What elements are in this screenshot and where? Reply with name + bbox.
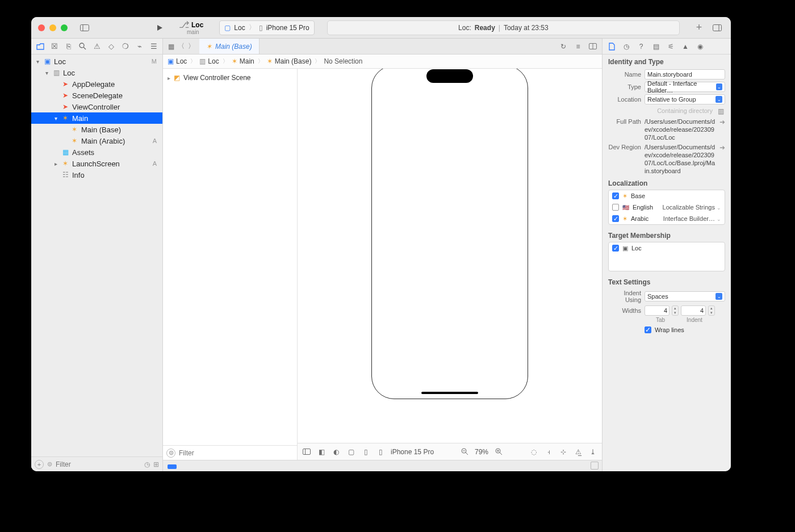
- jumpbar-seg-1[interactable]: Loc: [208, 57, 219, 65]
- navigator-item[interactable]: ▾✶Main: [31, 112, 162, 124]
- jumpbar-seg-4[interactable]: No Selection: [324, 57, 362, 65]
- run-destination-scheme[interactable]: ▢ Loc 〉 ▯ iPhone 15 Pro: [219, 20, 314, 35]
- go-forward-button[interactable]: 〉: [187, 42, 196, 51]
- document-outline[interactable]: ▸ ◩ View Controller Scene: [163, 69, 297, 445]
- localization-item[interactable]: ✓✶Base: [609, 190, 725, 202]
- align-button[interactable]: ⫞: [544, 447, 553, 456]
- choose-folder-button[interactable]: ▥: [716, 107, 725, 116]
- jump-bar[interactable]: ▣ Loc 〉 ▥ Loc 〉 ✶ Main 〉 ✶ Main (Base) 〉…: [163, 55, 602, 69]
- project-navigator-tree[interactable]: ▾▣LocM▾▥Loc➤AppDelegate➤SceneDelegate➤Vi…: [31, 55, 162, 456]
- jumpbar-seg-2[interactable]: Main: [240, 57, 254, 65]
- localization-type[interactable]: Localizable Strings ⌄: [663, 204, 721, 211]
- indent-width-stepper[interactable]: ▴▾: [708, 305, 715, 316]
- navigator-item[interactable]: ☷Info: [31, 169, 162, 181]
- localization-item[interactable]: ✓✶ArabicInterface Builder… ⌄: [609, 213, 725, 224]
- breakpoints-navigator-tab[interactable]: ⌁: [135, 42, 144, 51]
- close-window-button[interactable]: [38, 24, 45, 31]
- filter-scope-icon[interactable]: ⊜: [47, 460, 52, 468]
- navigator-item[interactable]: ✶Main (Base): [31, 124, 162, 135]
- navigator-filter-input[interactable]: [56, 460, 141, 468]
- canvas-device-label[interactable]: iPhone 15 Pro: [391, 448, 434, 456]
- localization-item[interactable]: 🇺🇸EnglishLocalizable Strings ⌄: [609, 202, 725, 213]
- navigator-item[interactable]: ▸✶LaunchScreenA: [31, 158, 162, 169]
- toggle-debug-area-button[interactable]: [591, 462, 599, 470]
- disclosure-triangle[interactable]: ▾: [35, 58, 40, 65]
- add-file-button[interactable]: +: [35, 460, 44, 469]
- checkbox-icon[interactable]: [612, 204, 619, 211]
- outline-filter-scope[interactable]: ⊜: [166, 449, 175, 458]
- minimize-window-button[interactable]: [49, 24, 56, 31]
- navigator-item[interactable]: ▾▣LocM: [31, 56, 162, 67]
- go-back-button[interactable]: 〈: [177, 42, 186, 51]
- indent-width-field[interactable]: 4: [681, 305, 706, 316]
- recent-filter-icon[interactable]: ◷: [144, 460, 150, 468]
- editor-tab-main-base[interactable]: ✶ Main (Base): [199, 39, 260, 54]
- run-button[interactable]: [153, 21, 166, 35]
- pin-button[interactable]: ⊹: [559, 447, 568, 456]
- identity-inspector-tab[interactable]: ▤: [651, 42, 660, 51]
- attributes-inspector-tab[interactable]: ⚟: [666, 42, 675, 51]
- bookmarks-navigator-tab[interactable]: ⎘: [64, 42, 73, 51]
- navigator-item[interactable]: ➤SceneDelegate: [31, 90, 162, 101]
- connections-inspector-tab[interactable]: ◉: [696, 42, 705, 51]
- navigator-item[interactable]: ▾▥Loc: [31, 67, 162, 78]
- name-field[interactable]: Main.storyboard: [645, 69, 725, 79]
- library-add-button[interactable]: +: [692, 21, 706, 35]
- wrap-lines-checkbox[interactable]: ✓: [645, 326, 651, 333]
- reveal-devregion-button[interactable]: ➜: [719, 144, 725, 152]
- source-control-navigator-tab[interactable]: ☒: [50, 42, 58, 51]
- debug-navigator-tab[interactable]: ❍: [121, 42, 129, 51]
- scm-filter-icon[interactable]: ⊞: [153, 460, 159, 468]
- editor-refresh-button[interactable]: ↻: [559, 42, 568, 51]
- checkbox-icon[interactable]: ✓: [612, 215, 619, 222]
- update-frames-button[interactable]: ◌: [529, 447, 538, 456]
- tab-width-field[interactable]: 4: [645, 305, 670, 316]
- add-editor-button[interactable]: [588, 42, 597, 51]
- size-inspector-tab[interactable]: ▲: [681, 42, 690, 51]
- history-inspector-tab[interactable]: ◷: [622, 42, 631, 51]
- tab-width-stepper[interactable]: ▴▾: [672, 305, 679, 316]
- navigator-item[interactable]: ▦Assets: [31, 146, 162, 158]
- layout-button[interactable]: ▯: [361, 447, 370, 456]
- indent-using-select[interactable]: Spaces⌄: [645, 291, 725, 301]
- tests-navigator-tab[interactable]: ◇: [107, 42, 115, 51]
- reveal-fullpath-button[interactable]: ➜: [719, 118, 725, 126]
- zoom-window-button[interactable]: [61, 24, 68, 31]
- disclosure-triangle[interactable]: ▾: [53, 115, 58, 122]
- outline-row-scene[interactable]: ▸ ◩ View Controller Scene: [168, 72, 292, 83]
- target-membership-item[interactable]: ✓ ▣ Loc: [609, 242, 725, 254]
- zoom-out-button[interactable]: [460, 447, 469, 456]
- outline-filter-input[interactable]: [179, 449, 294, 457]
- toggle-inspector-button[interactable]: [710, 21, 724, 35]
- project-navigator-tab[interactable]: [36, 42, 44, 51]
- zoom-level-label[interactable]: 79%: [475, 448, 488, 456]
- checkbox-icon[interactable]: ✓: [612, 192, 619, 199]
- toggle-navigator-button[interactable]: [78, 21, 91, 35]
- disclosure-triangle[interactable]: ▸: [53, 161, 58, 167]
- issues-navigator-tab[interactable]: ⚠: [93, 42, 101, 51]
- location-select[interactable]: Relative to Group⌄: [645, 94, 725, 104]
- file-inspector-tab[interactable]: [607, 42, 616, 51]
- jumpbar-seg-0[interactable]: Loc: [176, 57, 187, 65]
- appearance-button[interactable]: ◐: [332, 447, 341, 456]
- type-select[interactable]: Default - Interface Builder…⌄: [645, 82, 725, 92]
- related-items-button[interactable]: ▦: [166, 42, 175, 51]
- view-as-button[interactable]: ◧: [317, 447, 326, 456]
- jumpbar-seg-3[interactable]: Main (Base): [275, 57, 312, 65]
- navigator-item[interactable]: ➤ViewController: [31, 101, 162, 112]
- interface-builder-canvas[interactable]: ◧ ◐ ▢ ▯ ▯ iPhone 15 Pro 79%: [298, 69, 602, 460]
- reports-navigator-tab[interactable]: ☰: [149, 42, 158, 51]
- editor-options-button[interactable]: ≡: [574, 42, 583, 51]
- disclosure-triangle[interactable]: ▾: [44, 70, 49, 76]
- localization-type[interactable]: Interface Builder… ⌄: [663, 215, 721, 222]
- resolve-issues-button[interactable]: ⚠̲: [574, 447, 583, 456]
- embed-button[interactable]: ⤓: [588, 447, 597, 456]
- orientation-button[interactable]: ▢: [346, 447, 355, 456]
- navigator-item[interactable]: ➤AppDelegate: [31, 78, 162, 90]
- navigator-item[interactable]: ✶Main (Arabic)A: [31, 135, 162, 146]
- zoom-in-button[interactable]: [494, 447, 503, 456]
- checkbox-icon[interactable]: ✓: [612, 245, 619, 252]
- find-navigator-tab[interactable]: [78, 42, 87, 51]
- help-inspector-tab[interactable]: ?: [637, 42, 646, 51]
- device-type-icon[interactable]: ▯: [376, 447, 385, 456]
